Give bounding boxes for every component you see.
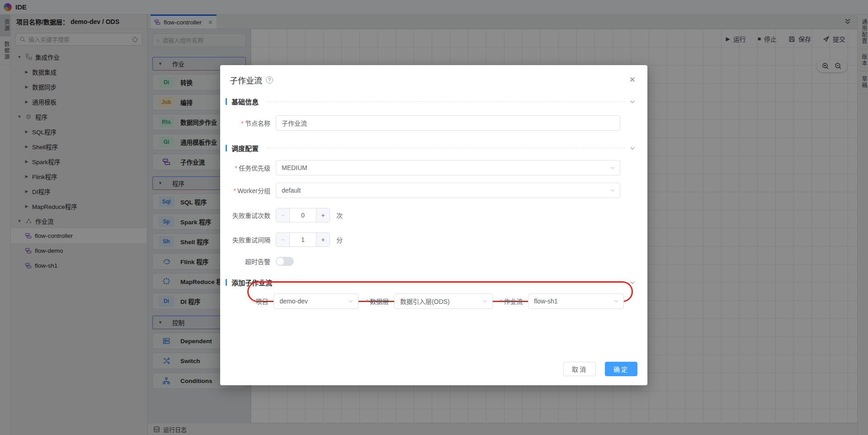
node-name-input[interactable]: [276, 115, 620, 131]
data-layer-label: *数据层: [366, 297, 394, 306]
workflow-value: flow-sh1: [534, 298, 613, 305]
worker-group-row: *Worker分组 default: [220, 183, 647, 198]
section-divider: [267, 101, 625, 102]
worker-group-label: *Worker分组: [220, 186, 270, 195]
section-divider: [280, 282, 625, 283]
required-asterisk: *: [252, 298, 254, 305]
section-add-subflow: 添加子作业流: [226, 278, 636, 287]
workflow-label: *作业流: [500, 297, 528, 306]
chevron-down-icon[interactable]: [629, 145, 636, 151]
project-value: demo-dev: [279, 298, 348, 305]
required-asterisk: *: [366, 298, 368, 305]
retry-times-value[interactable]: 0: [290, 208, 316, 222]
retry-times-label: 失败重试次数: [220, 211, 270, 220]
retry-interval-value[interactable]: 1: [290, 233, 316, 246]
retry-times-unit: 次: [336, 211, 343, 220]
priority-value: MEDIUM: [282, 164, 610, 171]
retry-interval-stepper: − 1 +: [276, 232, 330, 247]
chevron-down-icon: [348, 298, 354, 304]
section-accent-bar: [226, 279, 227, 286]
cancel-button[interactable]: 取消: [563, 362, 596, 376]
priority-select[interactable]: MEDIUM: [276, 160, 620, 175]
section-accent-bar: [226, 98, 227, 105]
workflow-select[interactable]: flow-sh1: [528, 293, 624, 309]
toggle-knob: [277, 258, 284, 265]
retry-interval-unit: 分: [336, 235, 343, 244]
chevron-down-icon: [610, 165, 615, 170]
project-select[interactable]: demo-dev: [274, 293, 359, 309]
required-asterisk: *: [241, 120, 244, 127]
required-asterisk: *: [500, 298, 502, 305]
retry-times-row: 失败重试次数 − 0 + 次: [220, 208, 647, 222]
chevron-down-icon: [482, 298, 488, 304]
plus-button[interactable]: +: [316, 208, 330, 222]
required-asterisk: *: [235, 165, 237, 172]
priority-label: *任务优先级: [220, 163, 270, 172]
modal-footer: 取消 确定: [563, 362, 637, 376]
retry-times-stepper: − 0 +: [276, 208, 330, 222]
section-divider: [267, 148, 625, 148]
chevron-down-icon: [610, 188, 615, 193]
section-accent-bar: [226, 145, 227, 151]
subflow-modal: ✕ 子作业流 ? 基础信息 *节点名称 调度配置 *任务优先级 MEDIUM *…: [220, 65, 647, 385]
plus-button[interactable]: +: [316, 233, 330, 246]
section-title: 基础信息: [231, 97, 259, 106]
chevron-down-icon[interactable]: [629, 99, 636, 105]
required-asterisk: *: [234, 187, 236, 194]
close-icon[interactable]: ✕: [629, 75, 636, 85]
timeout-alert-toggle[interactable]: [276, 257, 294, 266]
project-label: *项目: [252, 297, 274, 306]
retry-interval-row: 失败重试间隔 − 1 + 分: [220, 232, 647, 247]
section-title: 添加子作业流: [231, 278, 272, 287]
data-layer-value: 数据引入层(ODS): [400, 297, 482, 306]
priority-row: *任务优先级 MEDIUM: [220, 160, 647, 175]
worker-group-value: default: [282, 187, 610, 194]
worker-group-select[interactable]: default: [276, 183, 620, 198]
chevron-down-icon: [613, 298, 619, 304]
section-schedule-config: 调度配置: [226, 143, 636, 153]
timeout-alert-label: 超时告警: [220, 257, 270, 266]
subflow-select-row: *项目 demo-dev *数据层 数据引入层(ODS) *作业流 flow-s…: [252, 293, 647, 309]
node-name-label: *节点名称: [220, 118, 270, 128]
confirm-button[interactable]: 确定: [605, 362, 637, 376]
modal-title: 子作业流: [230, 74, 262, 86]
chevron-down-icon[interactable]: [629, 279, 636, 286]
retry-interval-label: 失败重试间隔: [220, 235, 270, 244]
timeout-alert-row: 超时告警: [220, 257, 647, 266]
section-basic-info: 基础信息: [226, 97, 636, 106]
help-icon[interactable]: ?: [266, 76, 273, 84]
data-layer-select[interactable]: 数据引入层(ODS): [394, 293, 493, 309]
node-name-row: *节点名称: [220, 115, 647, 131]
minus-button[interactable]: −: [276, 208, 290, 222]
section-title: 调度配置: [231, 143, 259, 153]
minus-button[interactable]: −: [276, 233, 290, 246]
